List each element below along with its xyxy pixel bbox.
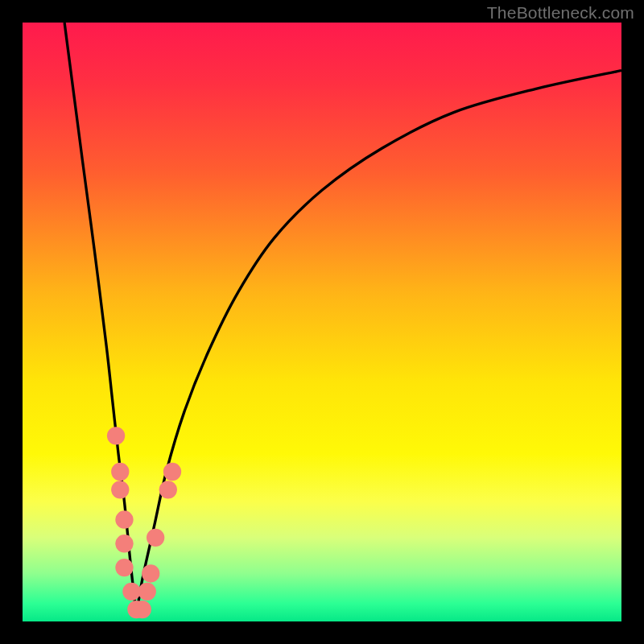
data-marker	[163, 463, 181, 481]
data-marker	[159, 481, 177, 498]
plot-area	[23, 23, 621, 621]
data-marker	[147, 529, 164, 547]
chart-frame: TheBottleneck.com	[0, 0, 644, 644]
data-marker	[122, 583, 140, 601]
data-marker	[138, 583, 156, 601]
data-marker	[111, 481, 129, 498]
data-marker	[115, 559, 133, 576]
data-marker	[115, 510, 133, 528]
bottleneck-curve	[23, 23, 621, 621]
curve-right-branch	[136, 71, 621, 616]
data-marker	[142, 564, 159, 582]
watermark-text: TheBottleneck.com	[487, 3, 634, 23]
data-marker	[107, 427, 125, 444]
data-marker	[134, 601, 151, 618]
data-marker	[115, 535, 133, 552]
data-marker	[111, 463, 129, 481]
